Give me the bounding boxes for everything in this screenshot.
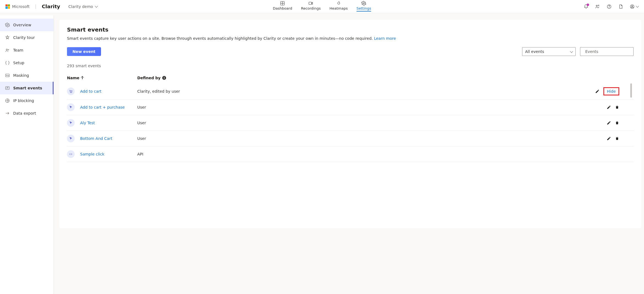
notifications-button[interactable] [584, 4, 589, 9]
svg-point-5 [363, 3, 365, 4]
controls-row: New event All events [67, 47, 634, 56]
sidebar-item-label: Clarity tour [13, 35, 35, 40]
table-row: Sample clickAPI [67, 146, 634, 162]
svg-rect-3 [309, 2, 312, 5]
cell-defined-by: Clarity, edited by user [137, 89, 595, 94]
team-icon [5, 48, 10, 53]
project-switcher[interactable]: Clarity demo [68, 4, 97, 9]
defined-by-text: Clarity, edited by user [137, 89, 186, 94]
settings-icon [361, 1, 366, 6]
defined-by-text: API [137, 152, 149, 156]
help-button[interactable] [607, 4, 612, 9]
svg-point-9 [609, 7, 609, 8]
delete-button[interactable] [615, 121, 619, 125]
people-button[interactable] [595, 4, 600, 9]
scrollbar[interactable] [630, 83, 632, 98]
column-header-name[interactable]: Name [67, 76, 137, 80]
sidebar-item-label: Team [13, 48, 23, 52]
account-icon [630, 4, 635, 9]
info-icon[interactable]: i [162, 76, 166, 80]
event-name-link[interactable]: Bottom And Cart [80, 136, 112, 141]
new-event-button[interactable]: New event [67, 47, 101, 56]
sidebar-item-clarity-tour[interactable]: Clarity tour [0, 31, 54, 44]
events-search-input[interactable] [585, 49, 633, 54]
chevron-down-icon [570, 50, 573, 53]
cell-name: Sample click [67, 150, 137, 158]
row-actions: Hide [595, 87, 634, 95]
cell-name: Add to cart [67, 87, 137, 95]
header-actions [584, 4, 639, 9]
sidebar-item-overview[interactable]: Overview [0, 19, 54, 31]
event-name-link[interactable]: Sample click [80, 152, 104, 156]
svg-rect-15 [5, 74, 9, 77]
chevron-down-icon [95, 4, 98, 7]
sidebar-item-data-export[interactable]: Data export [0, 107, 54, 120]
edit-button[interactable] [607, 136, 611, 141]
tab-settings[interactable]: Settings [357, 1, 371, 12]
account-button[interactable] [630, 4, 639, 9]
svg-point-11 [632, 5, 633, 7]
event-type-icon [67, 103, 75, 111]
sidebar-item-masking[interactable]: Masking [0, 69, 54, 82]
page-subtitle: Smart events capture key user actions on… [67, 36, 634, 41]
table-row: Add to cartClarity, edited by userHide [67, 83, 634, 100]
table-row: Bottom And CartUser [67, 131, 634, 146]
sort-asc-icon [81, 77, 84, 79]
edit-button[interactable] [607, 105, 611, 109]
hide-button[interactable]: Hide [607, 89, 616, 94]
event-type-icon [67, 87, 75, 95]
gear-icon [5, 22, 10, 27]
sidebar-item-label: IP blocking [13, 98, 34, 103]
table-header: Name Defined by i [67, 74, 634, 83]
events-table: Name Defined by i Add to cartClarity, ed… [67, 74, 634, 162]
sidebar-item-team[interactable]: Team [0, 44, 54, 56]
row-actions [607, 105, 634, 109]
event-type-icon [67, 135, 75, 142]
brand-company: Microsoft [12, 4, 30, 9]
brand-product: Clarity [42, 4, 60, 9]
globe-block-icon [5, 98, 10, 103]
column-name-label: Name [67, 76, 79, 80]
tab-label: Heatmaps [329, 6, 348, 10]
cell-name: Add to cart + purchase [67, 103, 137, 111]
app-header: Microsoft │ Clarity Clarity demo Dashboa… [0, 0, 644, 13]
tour-icon [5, 35, 10, 40]
delete-button[interactable] [615, 105, 619, 109]
tab-dashboard[interactable]: Dashboard [273, 1, 292, 12]
events-search[interactable] [580, 47, 634, 56]
subtitle-text: Smart events capture key user actions on… [67, 36, 374, 41]
event-name-link[interactable]: Add to cart + purchase [80, 105, 125, 109]
tab-recordings[interactable]: Recordings [301, 1, 321, 12]
defined-by-text: User [137, 105, 152, 109]
sidebar-item-ip-blocking[interactable]: IP blocking [0, 94, 54, 107]
events-count: 293 smart events [67, 64, 634, 68]
edit-button[interactable] [595, 89, 600, 94]
app-body: Overview Clarity tour Team Setup Masking… [0, 13, 644, 294]
svg-point-7 [598, 5, 599, 6]
cell-defined-by: API [137, 152, 619, 156]
braces-icon [5, 60, 10, 65]
dashboard-icon [280, 1, 285, 6]
event-name-link[interactable]: Aly Test [80, 121, 95, 125]
main-content: Smart events Smart events capture key us… [54, 13, 644, 294]
learn-more-link[interactable]: Learn more [374, 36, 396, 41]
sidebar-item-setup[interactable]: Setup [0, 56, 54, 69]
recordings-icon [308, 1, 313, 6]
edit-button[interactable] [607, 121, 611, 125]
svg-point-6 [596, 5, 598, 6]
filter-value: All events [525, 49, 544, 54]
delete-button[interactable] [615, 136, 619, 141]
column-header-defined-by[interactable]: Defined by i [137, 76, 634, 80]
event-type-icon [67, 119, 75, 127]
sidebar-item-smart-events[interactable]: Smart events [0, 82, 54, 94]
settings-sidebar: Overview Clarity tour Team Setup Masking… [0, 15, 54, 294]
event-name-link[interactable]: Add to cart [80, 89, 102, 94]
svg-rect-17 [5, 87, 9, 90]
table-row: Add to cart + purchaseUser [67, 100, 634, 115]
event-type-icon [67, 150, 75, 158]
sidebar-item-label: Smart events [13, 86, 42, 90]
tab-heatmaps[interactable]: Heatmaps [329, 1, 348, 12]
document-button[interactable] [618, 4, 623, 9]
svg-point-12 [7, 24, 8, 26]
events-filter-select[interactable]: All events [522, 47, 576, 56]
